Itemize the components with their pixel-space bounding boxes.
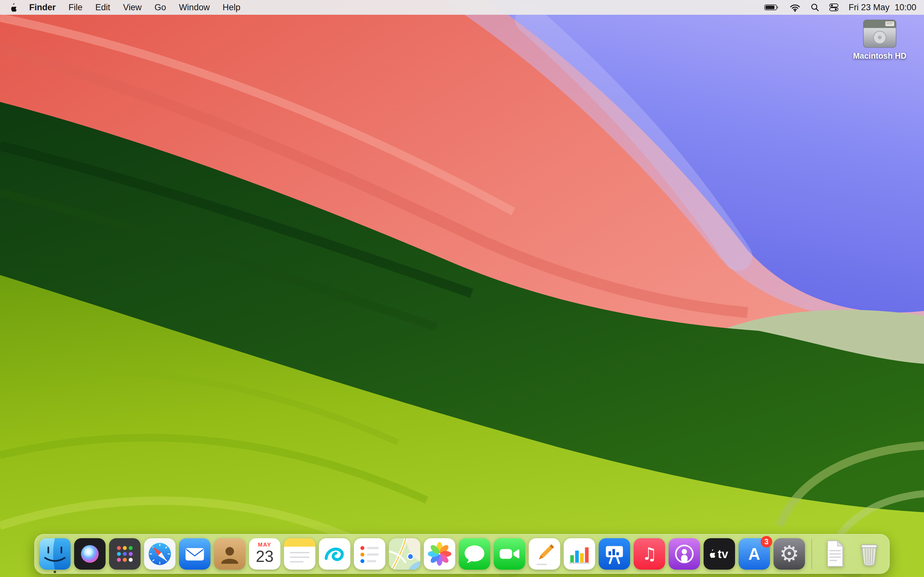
dock-pages-icon[interactable] xyxy=(529,538,560,570)
photos-pinwheel-icon xyxy=(424,538,455,570)
dock-trash-icon[interactable] xyxy=(853,538,885,570)
dock-reminders-icon[interactable] xyxy=(354,538,385,570)
menu-bar: Finder File Edit View Go Window Help xyxy=(0,0,924,15)
dock-finder-icon[interactable] xyxy=(39,538,71,570)
menu-app-finder[interactable]: Finder xyxy=(23,0,62,15)
battery-icon xyxy=(764,3,780,11)
dock-settings-icon[interactable]: ⚙ xyxy=(774,538,805,570)
dock-launchpad-icon[interactable] xyxy=(109,538,141,570)
svg-text:⚙: ⚙ xyxy=(779,541,799,566)
apple-menu[interactable] xyxy=(7,0,23,15)
calendar-month: MAY xyxy=(258,542,271,548)
dock-maps-icon[interactable] xyxy=(389,538,420,570)
search-icon xyxy=(811,3,819,12)
messages-bubble-icon xyxy=(459,538,490,570)
menu-help[interactable]: Help xyxy=(216,0,247,15)
notification-badge: 3 xyxy=(761,536,772,548)
menu-file[interactable]: File xyxy=(62,0,89,15)
finder-face-icon xyxy=(39,538,71,570)
dock-downloads-icon[interactable] xyxy=(819,538,850,570)
dock-calendar-icon[interactable]: MAY 23 xyxy=(249,538,280,570)
dock-podcasts-icon[interactable] xyxy=(669,538,700,570)
menu-bar-left: Finder File Edit View Go Window Help xyxy=(7,0,247,15)
dock-photos-icon[interactable] xyxy=(424,538,455,570)
reminders-list-icon xyxy=(354,538,385,570)
control-center[interactable] xyxy=(824,0,843,15)
trash-icon xyxy=(853,538,885,570)
battery-status[interactable] xyxy=(759,0,784,15)
menu-bar-date[interactable]: Fri 23 May xyxy=(843,0,892,15)
desktop-icon-label: Macintosh HD xyxy=(853,51,907,61)
dock-mail-icon[interactable] xyxy=(179,538,210,570)
dock-freeform-icon[interactable] xyxy=(319,538,351,570)
dock-numbers-icon[interactable] xyxy=(564,538,595,570)
dock-appstore-icon[interactable]: A 3 xyxy=(738,538,770,570)
calendar-page-icon: MAY 23 xyxy=(249,538,280,570)
contacts-person-icon xyxy=(214,538,246,570)
maps-map-icon xyxy=(389,538,420,570)
dock-appletv-icon[interactable]: tv xyxy=(704,538,735,570)
facetime-camera-icon xyxy=(494,538,525,570)
calendar-day: 23 xyxy=(256,548,274,565)
svg-text:♫: ♫ xyxy=(642,544,657,564)
dock-messages-icon[interactable] xyxy=(459,538,490,570)
running-indicator-dot xyxy=(53,571,56,573)
launchpad-grid-icon xyxy=(109,538,141,570)
svg-text:tv: tv xyxy=(718,548,728,561)
menu-window[interactable]: Window xyxy=(173,0,216,15)
wifi-status[interactable] xyxy=(784,0,806,15)
dock-music-icon[interactable]: ♫ xyxy=(634,538,665,570)
dock-siri-icon[interactable] xyxy=(74,538,105,570)
hard-drive-icon xyxy=(861,18,899,49)
document-icon xyxy=(819,538,850,570)
desktop-wallpaper xyxy=(0,0,924,577)
apple-tv-icon: tv xyxy=(704,538,735,570)
svg-text:A: A xyxy=(748,545,760,563)
dock-keynote-icon[interactable] xyxy=(599,538,630,570)
menu-bar-time[interactable]: 10:00 xyxy=(891,0,917,15)
menu-go[interactable]: Go xyxy=(148,0,173,15)
safari-compass-icon xyxy=(144,538,176,570)
dock-contacts-icon[interactable] xyxy=(214,538,246,570)
menu-bar-right: Fri 23 May 10:00 xyxy=(759,0,917,15)
apple-logo-icon xyxy=(10,3,17,12)
desktop-icon-macintosh-hd[interactable]: Macintosh HD xyxy=(851,18,909,61)
siri-orb-icon xyxy=(74,538,105,570)
pages-pen-icon xyxy=(529,538,560,570)
spotlight-search[interactable] xyxy=(806,0,824,15)
dock: MAY 23 xyxy=(34,534,890,574)
wifi-icon xyxy=(789,3,801,12)
dock-notes-icon[interactable] xyxy=(284,538,315,570)
dock-separator xyxy=(811,539,812,569)
dock-safari-icon[interactable] xyxy=(144,538,176,570)
macos-desktop: { "menu_bar": { "menus": [ {"label": "Fi… xyxy=(0,0,924,577)
freeform-brush-icon xyxy=(319,538,351,570)
menu-view[interactable]: View xyxy=(117,0,148,15)
mail-envelope-icon xyxy=(179,538,210,570)
music-note-icon: ♫ xyxy=(634,538,665,570)
control-center-icon xyxy=(829,3,838,12)
dock-facetime-icon[interactable] xyxy=(494,538,525,570)
keynote-podium-icon xyxy=(599,538,630,570)
gear-icon: ⚙ xyxy=(774,538,805,570)
numbers-chart-icon xyxy=(564,538,595,570)
podcasts-waves-icon xyxy=(669,538,700,570)
notes-pad-icon xyxy=(284,538,315,570)
menu-edit[interactable]: Edit xyxy=(89,0,117,15)
